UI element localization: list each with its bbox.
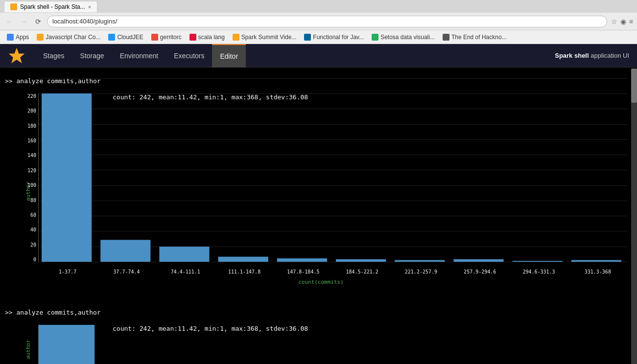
bars-chart-2 bbox=[39, 325, 627, 364]
chart-section-1: >> analyze commits,author author count: … bbox=[0, 72, 637, 304]
spark-app-title: Spark shell application UI bbox=[555, 52, 629, 59]
bookmark-item[interactable]: Apps bbox=[4, 33, 32, 42]
x-label: 294.6-331.3 bbox=[509, 269, 568, 274]
bookmark-icon bbox=[372, 34, 378, 41]
x-label: 74.4-111.1 bbox=[156, 269, 215, 274]
chart-plot-area-1 bbox=[38, 93, 627, 262]
nav-links: StagesStorageEnvironmentExecutorsEditor bbox=[35, 44, 555, 68]
y-tick: 220 bbox=[26, 93, 36, 99]
back-button[interactable]: ← bbox=[4, 17, 15, 26]
bookmark-icon bbox=[108, 34, 115, 41]
x-label: 111.1-147.8 bbox=[215, 269, 274, 274]
main-content: >> analyze commits,author author count: … bbox=[0, 68, 637, 364]
x-label: 221.2-257.9 bbox=[392, 269, 450, 274]
scrollbar-track[interactable] bbox=[631, 68, 637, 364]
y-tick: 0 bbox=[26, 257, 36, 262]
bookmark-item[interactable]: The End of Hackno... bbox=[440, 33, 510, 42]
nav-link-stages[interactable]: Stages bbox=[35, 44, 72, 68]
y-tick: 120 bbox=[26, 168, 36, 173]
spark-logo bbox=[8, 47, 25, 65]
y-axis-ticks-1: 020406080100120140160180200220 bbox=[26, 93, 36, 262]
x-label: 257.9-294.6 bbox=[450, 269, 509, 274]
bar bbox=[100, 240, 150, 262]
y-tick: 200 bbox=[26, 108, 36, 114]
chart-section-2: >> analyze commits,author author count: … bbox=[0, 304, 637, 364]
bar bbox=[571, 260, 621, 262]
prompt-line-2: >> analyze commits,author bbox=[0, 309, 637, 320]
address-icons: ☆ ◉ ≡ bbox=[611, 18, 633, 25]
nav-link-editor[interactable]: Editor bbox=[212, 44, 246, 68]
bookmark-icon bbox=[7, 34, 14, 41]
star-icon[interactable]: ☆ bbox=[611, 18, 617, 25]
bar bbox=[513, 261, 563, 262]
x-label: 184.5-221.2 bbox=[332, 269, 391, 274]
tab-favicon bbox=[10, 3, 17, 10]
bar bbox=[42, 93, 92, 262]
y-tick: 100 bbox=[26, 182, 36, 188]
menu-icon[interactable]: ≡ bbox=[629, 18, 633, 25]
bar bbox=[218, 257, 268, 262]
spark-nav: StagesStorageEnvironmentExecutorsEditor … bbox=[0, 44, 637, 68]
y-tick: 160 bbox=[26, 138, 36, 143]
svg-rect-1 bbox=[39, 325, 94, 364]
bookmark-item[interactable]: scala lang bbox=[187, 33, 228, 42]
bookmark-item[interactable]: Setosa data visuali... bbox=[369, 33, 438, 42]
grid-line bbox=[39, 262, 627, 262]
chart-plot-area-2 bbox=[38, 325, 627, 364]
x-label: 1-37.7 bbox=[38, 269, 97, 274]
bars-chart-1 bbox=[39, 93, 627, 262]
bookmark-item[interactable]: Functional for Jav... bbox=[301, 33, 367, 42]
bar bbox=[336, 259, 386, 262]
address-input[interactable]: localhost:4040/plugins/ bbox=[47, 16, 607, 27]
y-tick: 40 bbox=[26, 227, 36, 232]
tab-close-button[interactable]: × bbox=[88, 4, 91, 10]
y-tick: 80 bbox=[26, 198, 36, 203]
bookmark-icon bbox=[304, 34, 311, 41]
reload-button[interactable]: ⟳ bbox=[33, 17, 43, 26]
nav-link-environment[interactable]: Environment bbox=[112, 44, 166, 68]
bookmark-item[interactable]: CloudJEE bbox=[105, 33, 146, 42]
bar bbox=[277, 258, 327, 262]
address-text: localhost:4040/plugins/ bbox=[52, 18, 117, 25]
x-label: 147.8-184.5 bbox=[274, 269, 332, 274]
browser-tab[interactable]: Spark shell - Spark Sta... × bbox=[4, 1, 97, 12]
grid-line bbox=[39, 78, 627, 79]
chart-wrapper-1: author count: 242, mean:11.42, min:1, ma… bbox=[5, 89, 637, 294]
bookmark-icon bbox=[233, 34, 239, 41]
forward-button[interactable]: → bbox=[19, 17, 29, 26]
bookmarks-bar: AppsJavascript Char Co...CloudJEEgerrito… bbox=[0, 30, 637, 44]
x-label: 37.7-74.4 bbox=[97, 269, 156, 274]
chart-wrapper-2: author count: 242, mean:11.42, min:1, ma… bbox=[5, 320, 637, 364]
bookmark-item[interactable]: Javascript Char Co... bbox=[34, 33, 103, 42]
x-label: 331.3-368 bbox=[568, 269, 627, 274]
prompt-line-1: >> analyze commits,author bbox=[0, 77, 637, 89]
y-tick: 20 bbox=[26, 242, 36, 248]
bookmark-icon bbox=[151, 34, 158, 41]
y-tick: 140 bbox=[26, 153, 36, 158]
address-bar: ← → ⟳ localhost:4040/plugins/ ☆ ◉ ≡ bbox=[0, 13, 637, 30]
nav-link-executors[interactable]: Executors bbox=[166, 44, 212, 68]
svg-marker-0 bbox=[9, 47, 24, 63]
bar bbox=[159, 247, 209, 262]
scrollbar-thumb[interactable] bbox=[631, 68, 637, 103]
nav-link-storage[interactable]: Storage bbox=[72, 44, 112, 68]
bar bbox=[395, 260, 445, 262]
bookmark-icon bbox=[189, 34, 196, 41]
y-tick: 60 bbox=[26, 212, 36, 218]
x-axis-title-1: count(commits) bbox=[298, 279, 344, 285]
bookmark-icon bbox=[443, 34, 449, 41]
y-tick: 180 bbox=[26, 123, 36, 129]
x-axis-labels-1: 1-37.737.7-74.474.4-111.1111.1-147.8147.… bbox=[38, 269, 627, 274]
bookmark-item[interactable]: Spark Summit Vide... bbox=[230, 33, 300, 42]
chromium-icon: ◉ bbox=[620, 18, 626, 25]
tab-title: Spark shell - Spark Sta... bbox=[20, 3, 85, 10]
bookmark-icon bbox=[37, 34, 44, 41]
bar bbox=[453, 259, 503, 262]
bookmark-item[interactable]: gerritorc bbox=[148, 33, 185, 42]
browser-title-bar: Spark shell - Spark Sta... × bbox=[0, 0, 637, 13]
y-axis-label-2: author bbox=[25, 340, 31, 359]
